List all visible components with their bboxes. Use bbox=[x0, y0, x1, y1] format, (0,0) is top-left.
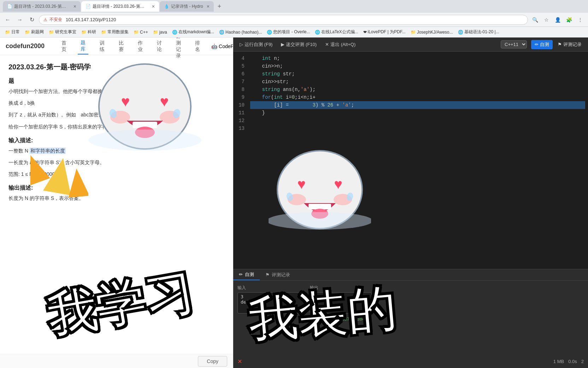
tab-3-close[interactable]: × bbox=[207, 4, 210, 9]
pencil-icon: ✏ bbox=[535, 42, 539, 47]
tab-3[interactable]: 💧 记录详情 - Hydro × bbox=[160, 1, 214, 12]
code-line-11: } bbox=[250, 109, 585, 117]
pencil-icon-2: ✏ bbox=[239, 272, 243, 277]
profile-icon[interactable]: 👤 bbox=[553, 15, 563, 25]
tab-1[interactable]: 📄 题目详情 - 2023.03.26-第一题-密... × bbox=[3, 1, 81, 12]
back-button[interactable]: ← bbox=[3, 15, 13, 25]
record-row-data: ✕ 1 MB 0.0s 2 bbox=[233, 356, 588, 367]
selftest-input[interactable]: 3 def bbox=[237, 292, 306, 314]
selftest-input-label: 输入 bbox=[237, 285, 306, 291]
bookmark-dataset[interactable]: 📁常用数据集 bbox=[99, 28, 131, 36]
selftest-output-label: 输出 bbox=[310, 285, 372, 291]
new-tab-button[interactable]: + bbox=[214, 1, 224, 11]
address-icons: 🔍 ☆ 👤 🧩 ⋮ bbox=[530, 15, 585, 25]
tab-2-favicon: 📄 bbox=[86, 4, 90, 9]
selftest-result: Accepted 2.204307ms 384KiB bbox=[310, 316, 372, 322]
bookmark-cpp[interactable]: 📁C++ bbox=[131, 29, 150, 35]
code-line-5: cin>>n; bbox=[250, 62, 585, 70]
security-icon: ⚠ bbox=[43, 17, 47, 22]
run-icon: ▷ bbox=[240, 42, 243, 47]
exit-button[interactable]: ✕ 退出 (Alt+Q) bbox=[322, 40, 359, 49]
nav-problems[interactable]: 题库 bbox=[78, 38, 88, 54]
code-line-7: cin>>str; bbox=[250, 78, 585, 86]
selftest-tab[interactable]: ✏ 自测 bbox=[233, 269, 260, 280]
copy-button[interactable]: Copy bbox=[198, 356, 227, 367]
bookmark-icon[interactable]: ☆ bbox=[541, 15, 551, 25]
input-desc-1: 一整数 N 和字符串的长度 bbox=[8, 146, 224, 155]
code-content[interactable]: int n; cin>>n; string str; cin>>str; str… bbox=[247, 52, 588, 269]
site-logo: codefun2000 bbox=[6, 42, 45, 50]
selftest-input-area: 输入 3 def bbox=[237, 285, 306, 350]
selftest-content: 输入 3 def 输出 abc Accepted 2.204307ms 384K… bbox=[233, 281, 588, 355]
record-time: 1 MB bbox=[553, 359, 564, 364]
bookmark-haohao[interactable]: 🌐Haohao (haohao)... bbox=[217, 29, 264, 35]
bookmark-joseph[interactable]: 📁JosephKJ/Aweso... bbox=[408, 29, 455, 35]
run-selftest-button[interactable]: ▷ 运行自测 (F9) bbox=[236, 40, 276, 49]
forward-button[interactable]: → bbox=[15, 15, 25, 25]
flag-icon: ⚑ bbox=[558, 42, 562, 47]
bookmark-grad[interactable]: 📁研究生事宜 bbox=[47, 28, 78, 36]
bookmark-overleaf[interactable]: 🌐您的项目 - Overle... bbox=[265, 28, 312, 36]
browser-chrome: 📄 题目详情 - 2023.03.26-第一题-密... × 📄 题目详情 - … bbox=[0, 0, 588, 38]
nav-discuss[interactable]: 讨论 bbox=[154, 39, 165, 54]
code-area: 4 5 6 7 8 9 10 11 12 13 int n; cin>>n; s… bbox=[233, 52, 588, 269]
record-tab[interactable]: ⚑ 评测记录 bbox=[260, 269, 296, 280]
bookmark-pdf[interactable]: ❤iLovePDF | 为PDF... bbox=[361, 28, 408, 36]
bookmark-latex[interactable]: 🌐在线LaTeX公式编... bbox=[313, 28, 360, 36]
address-text: 101.43.147.120/p/P1120 bbox=[66, 17, 116, 22]
record-section: ✕ 1 MB 0.0s 2 bbox=[233, 355, 588, 368]
code-line-6: string str; bbox=[250, 70, 585, 78]
code-line-4: int n; bbox=[250, 54, 585, 62]
input-desc-3: 范围: 1 ≤ N ≤ 100000 bbox=[8, 170, 224, 179]
bottom-panels: ✏ 自测 ⚑ 评测记录 输入 3 def 输出 abc Accepted 2.2… bbox=[233, 269, 588, 368]
bookmark-problems[interactable]: 📁刷题网 bbox=[23, 28, 46, 36]
exit-icon: ✕ bbox=[325, 42, 329, 47]
code-line-13 bbox=[250, 125, 585, 132]
address-input[interactable]: ⚠ 不安全 101.43.147.120/p/P1120 bbox=[39, 15, 528, 25]
address-bar: ← → ↻ ⚠ 不安全 101.43.147.120/p/P1120 🔍 ☆ 👤… bbox=[0, 13, 588, 27]
tab-2-title: 题目详情 - 2023.03.26-第一题-密... bbox=[93, 4, 148, 10]
nav-rank[interactable]: 排名 bbox=[192, 39, 203, 54]
bookmark-syntax[interactable]: 🌐基础语法-01-20 |... bbox=[456, 28, 501, 36]
selftest-output: abc bbox=[310, 292, 372, 314]
left-panel: codefun2000 首页 题库 训练 比赛 作业 讨论 评测记录 排名 🤖C… bbox=[0, 38, 233, 368]
tab-2-close[interactable]: × bbox=[152, 4, 155, 9]
submit-button[interactable]: ▶ 递交评测 (F10) bbox=[277, 40, 320, 49]
site-nav: codefun2000 首页 题库 训练 比赛 作业 讨论 评测记录 排名 🤖C… bbox=[0, 38, 233, 55]
status-icon: ✕ bbox=[237, 358, 242, 365]
nav-homework[interactable]: 作业 bbox=[135, 39, 146, 54]
record-code: 2 bbox=[581, 359, 584, 364]
bookmark-markdown[interactable]: 🌐在线markdown编... bbox=[170, 28, 216, 36]
problem-text-3: 到了 z，就从 a开始数）。例如 abc加密后变成 def。 bbox=[8, 110, 224, 119]
extension-icon[interactable]: 🧩 bbox=[564, 15, 574, 25]
tab-1-close[interactable]: × bbox=[74, 4, 76, 9]
line-numbers: 4 5 6 7 8 9 10 11 12 13 bbox=[233, 52, 247, 269]
menu-icon[interactable]: ⋮ bbox=[575, 15, 585, 25]
submit-record-button[interactable]: ⚑ 评测记录 bbox=[554, 40, 585, 49]
search-icon[interactable]: 🔍 bbox=[530, 15, 540, 25]
bookmark-java[interactable]: 📁java bbox=[151, 29, 169, 35]
section-output: 输出描述: bbox=[8, 184, 224, 192]
selftest-active-button[interactable]: ✏ 自测 bbox=[531, 40, 553, 49]
problem-text-1: 小明找到一个加密方法。他把每个字母都换成它在字母 bbox=[8, 87, 224, 96]
record-memory: 0.0s bbox=[568, 359, 577, 364]
tab-3-favicon: 💧 bbox=[164, 4, 169, 9]
nav-home[interactable]: 首页 bbox=[59, 39, 69, 54]
bottom-tab-bar: ✏ 自测 ⚑ 评测记录 bbox=[233, 269, 588, 281]
tab-2[interactable]: 📄 题目详情 - 2023.03.26-第一题-密... × bbox=[81, 1, 159, 12]
problem-content: 2023.03.26-第一题-密码学 题 小明找到一个加密方法。他把每个字母都换… bbox=[0, 55, 233, 354]
nav-contest[interactable]: 比赛 bbox=[116, 39, 127, 54]
nav-train[interactable]: 训练 bbox=[97, 39, 107, 54]
code-line-10: [i] = 3) % 26 + 'a'; bbox=[250, 101, 585, 109]
reload-button[interactable]: ↻ bbox=[27, 15, 37, 25]
editor-toolbar: ▷ 运行自测 (F9) ▶ 递交评测 (F10) ✕ 退出 (Alt+Q) C+… bbox=[233, 38, 588, 52]
tab-3-title: 记录详情 - Hydro bbox=[171, 4, 203, 10]
bookmark-daily[interactable]: 📁日常 bbox=[3, 28, 22, 36]
section-input: 输入描述: bbox=[8, 137, 224, 144]
codefun-label[interactable]: 🤖CodeFun ▾ bbox=[211, 44, 233, 49]
flag-icon-2: ⚑ bbox=[265, 272, 270, 277]
tab-1-favicon: 📄 bbox=[7, 4, 12, 9]
bookmark-research[interactable]: 📁科研 bbox=[79, 28, 98, 36]
language-select[interactable]: C++11 C++14 C++17 bbox=[501, 40, 527, 48]
code-line-8: string ans(n,'a'); bbox=[250, 86, 585, 93]
